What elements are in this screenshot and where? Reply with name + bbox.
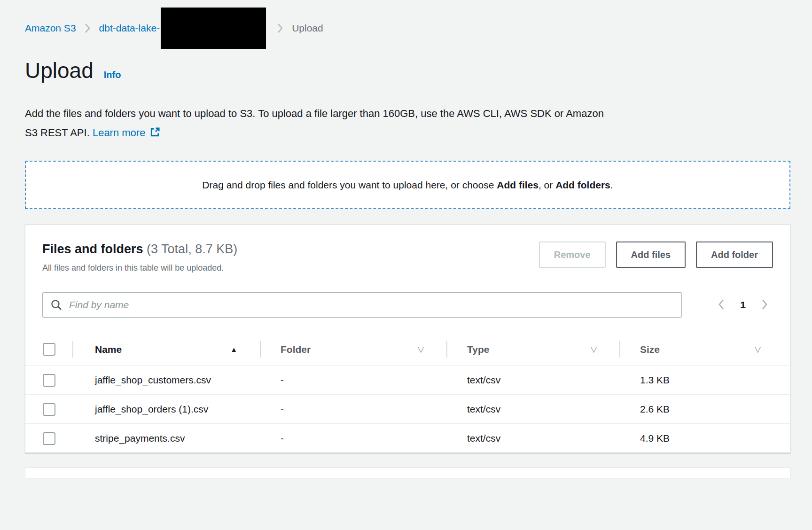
search-box [42, 292, 682, 318]
s3-upload-page: Amazon S3 dbt-data-lake- Upload Upload I… [0, 0, 812, 478]
redaction-box [161, 8, 266, 49]
chevron-right-icon [761, 298, 768, 312]
filter-icon[interactable]: ▽ [755, 344, 761, 354]
file-size: 1.3 KB [619, 366, 790, 394]
search-icon [50, 299, 62, 311]
file-folder: - [260, 424, 446, 452]
file-size: 4.9 KB [619, 424, 790, 452]
select-all-checkbox[interactable] [43, 343, 55, 356]
breadcrumb-current: Upload [292, 21, 323, 36]
column-header-folder: Folder ▽ [260, 334, 446, 365]
file-name: jaffle_shop_orders (1).csv [95, 400, 208, 418]
breadcrumb-link-bucket[interactable]: dbt-data-lake- [99, 21, 160, 36]
column-header-name[interactable]: Name ▲ [72, 334, 260, 365]
files-table: Name ▲ Folder ▽ Type ▽ Size ▽ jaffl [25, 334, 790, 452]
panel-header-text: Files and folders (3 Total, 8.7 KB) All … [42, 241, 237, 273]
file-type: text/csv [446, 366, 619, 394]
panel-subtitle: All files and folders in this table will… [42, 262, 237, 273]
table-header-row: Name ▲ Folder ▽ Type ▽ Size ▽ [25, 334, 790, 366]
file-folder: - [260, 395, 446, 423]
learn-more-link[interactable]: Learn more [93, 127, 146, 139]
row-checkbox[interactable] [43, 403, 55, 416]
file-name: stripe_payments.csv [95, 429, 185, 447]
file-size: 2.6 KB [619, 395, 790, 423]
files-panel: Files and folders (3 Total, 8.7 KB) All … [25, 224, 790, 453]
table-row: jaffle_shop_orders (1).csv - text/csv 2.… [25, 395, 790, 424]
previous-page-button[interactable] [718, 298, 725, 312]
next-page-button[interactable] [761, 298, 768, 312]
external-link-icon [149, 125, 160, 144]
page-title-text: Upload [25, 57, 94, 84]
dropzone[interactable]: Drag and drop files and folders you want… [25, 161, 790, 209]
panel-actions: Remove Add files Add folder [539, 241, 773, 268]
header-checkbox-cell [25, 334, 72, 365]
page-description: Add the files and folders you want to up… [25, 104, 790, 144]
panel-count: (3 Total, 8.7 KB) [147, 242, 237, 256]
info-link[interactable]: Info [104, 62, 121, 88]
row-checkbox[interactable] [43, 432, 55, 445]
column-header-type: Type ▽ [446, 334, 619, 365]
chevron-right-icon [85, 23, 91, 34]
current-page[interactable]: 1 [740, 299, 746, 311]
add-folder-button[interactable]: Add folder [696, 242, 773, 268]
breadcrumb-link-amazon-s3[interactable]: Amazon S3 [25, 21, 76, 36]
filter-icon[interactable]: ▽ [591, 344, 597, 354]
search-input[interactable] [42, 292, 682, 318]
panel-header: Files and folders (3 Total, 8.7 KB) All … [42, 241, 773, 273]
next-section-edge [25, 467, 790, 478]
breadcrumb: Amazon S3 dbt-data-lake- Upload [25, 0, 790, 36]
table-row: stripe_payments.csv - text/csv 4.9 KB [25, 424, 790, 452]
file-folder: - [260, 366, 446, 394]
dropzone-text: Drag and drop files and folders you want… [202, 179, 613, 191]
file-name: jaffle_shop_customers.csv [95, 371, 211, 389]
panel-title: Files and folders (3 Total, 8.7 KB) [42, 241, 237, 257]
chevron-right-icon [277, 23, 283, 34]
column-header-size: Size ▽ [619, 334, 790, 365]
sort-ascending-icon[interactable]: ▲ [230, 345, 237, 353]
chevron-left-icon [718, 298, 725, 312]
description-line1: Add the files and folders you want to up… [25, 108, 604, 119]
pagination: 1 [718, 298, 773, 312]
filter-icon[interactable]: ▽ [418, 344, 424, 354]
remove-button[interactable]: Remove [539, 242, 606, 268]
table-toolbar: 1 [42, 292, 773, 318]
file-type: text/csv [446, 395, 619, 423]
add-files-button[interactable]: Add files [616, 242, 686, 268]
page-title: Upload Info [25, 57, 790, 88]
description-line2: S3 REST API. [25, 127, 90, 139]
file-type: text/csv [446, 424, 619, 452]
table-row: jaffle_shop_customers.csv - text/csv 1.3… [25, 366, 790, 395]
row-checkbox[interactable] [43, 374, 55, 387]
